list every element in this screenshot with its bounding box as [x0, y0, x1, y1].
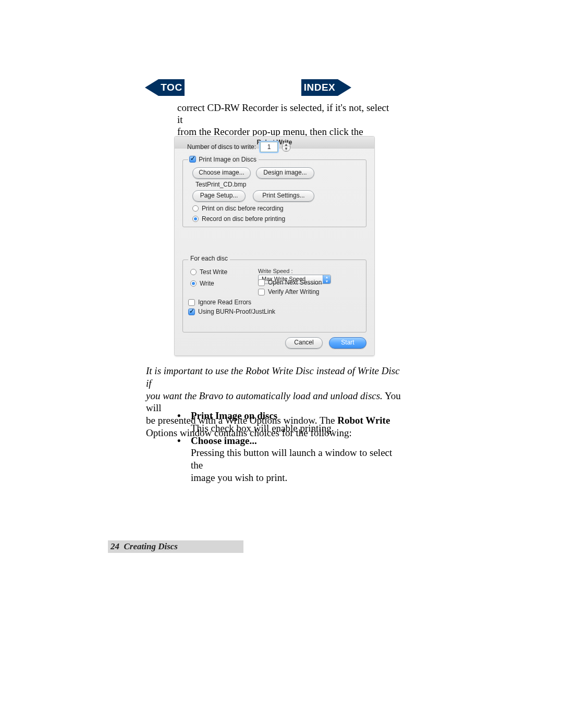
disc-count-field: Number of discs to write: 1 ▲ ▼: [187, 142, 290, 152]
page-number: 24: [111, 541, 119, 551]
checkbox-label: Verify After Writing: [268, 288, 319, 295]
radio-label: Test Write: [200, 268, 227, 276]
disc-count-stepper[interactable]: ▲ ▼: [282, 142, 290, 152]
bullet-list: • Print Image on discs This check box wi…: [177, 410, 407, 484]
for-each-disc-label: For each disc: [188, 255, 230, 262]
page-setup-button[interactable]: Page Setup...: [192, 190, 246, 202]
start-button[interactable]: Start: [329, 337, 366, 349]
toc-label: TOC: [158, 79, 185, 96]
bullet-item-choose-image: • Choose image... Pressing this button w…: [177, 435, 407, 484]
bullet-text: This check box will enable printing.: [191, 422, 407, 435]
record-before-print-radio[interactable]: Record on disc before printing: [192, 215, 285, 223]
checkbox-icon: [188, 299, 195, 306]
bullet-icon: •: [177, 410, 181, 435]
cancel-button[interactable]: Cancel: [285, 337, 323, 349]
disc-count-label: Number of discs to write:: [187, 143, 256, 151]
choose-image-button[interactable]: Choose image...: [192, 167, 251, 179]
write-radio[interactable]: Write: [190, 280, 214, 287]
checkbox-icon: [189, 156, 196, 163]
bullet-text-line-2: image you wish to print.: [191, 472, 407, 484]
robot-write-dialog: Robot Write Print Image on Discs Choose …: [175, 137, 374, 355]
section-title: Creating Discs: [124, 541, 178, 551]
ignore-read-errors-checkbox[interactable]: Ignore Read Errors: [188, 299, 251, 306]
bullet-icon: •: [177, 435, 181, 484]
italic-line-2: you want the Bravo to automatically load…: [146, 390, 383, 401]
chevron-right-icon: [338, 79, 351, 96]
design-image-button[interactable]: Design image...: [256, 167, 314, 179]
checkbox-icon: [258, 289, 265, 295]
checkbox-icon: [258, 279, 265, 286]
for-each-disc-group: For each disc Test Write Write Write Spe…: [182, 260, 366, 332]
chevron-left-icon: [145, 79, 158, 96]
disc-count-input[interactable]: 1: [260, 142, 278, 152]
bullet-text-line-1: Pressing this button will launch a windo…: [191, 447, 407, 472]
print-before-record-radio[interactable]: Print on disc before recording: [192, 205, 284, 212]
dropdown-icon: [323, 275, 331, 283]
burnproof-checkbox[interactable]: Using BURN-Proof/JustLink: [188, 308, 275, 315]
group-label-text: For each disc: [190, 255, 228, 262]
nav-row: TOC INDEX: [145, 79, 393, 98]
radio-icon: [190, 280, 197, 287]
index-label: INDEX: [301, 79, 338, 96]
bullet-heading: Print Image on discs: [191, 410, 407, 422]
print-image-checkbox[interactable]: [189, 156, 196, 163]
image-filename: TestPrint_CD.bmp: [195, 181, 246, 188]
intro-line-1: correct CD-RW Recorder is selected, if i…: [177, 102, 389, 125]
radio-label: Print on disc before recording: [202, 205, 284, 212]
checkbox-label: Ignore Read Errors: [198, 299, 251, 306]
print-image-group: Print Image on Discs Choose image... Des…: [182, 159, 366, 227]
italic-line-1: It is important to use the Robot Write D…: [146, 365, 400, 389]
open-next-session-checkbox[interactable]: Open Next Session: [258, 279, 322, 286]
write-speed-label: Write Speed :: [258, 268, 292, 274]
verify-after-writing-checkbox[interactable]: Verify After Writing: [258, 288, 319, 295]
print-image-group-label: Print Image on Discs: [188, 155, 259, 163]
test-write-radio[interactable]: Test Write: [190, 268, 227, 276]
checkbox-label: Using BURN-Proof/JustLink: [198, 308, 275, 315]
bullet-heading: Choose image...: [191, 435, 407, 447]
bullet-item-print-image: • Print Image on discs This check box wi…: [177, 410, 407, 435]
checkbox-icon: [188, 309, 195, 315]
stepper-down-icon: ▼: [283, 147, 290, 151]
page-footer: 24 Creating Discs: [108, 540, 243, 553]
radio-label: Write: [200, 280, 214, 287]
group-label-text: Print Image on Discs: [199, 156, 256, 163]
radio-icon: [190, 269, 197, 275]
radio-label: Record on disc before printing: [202, 215, 285, 223]
radio-icon: [192, 216, 199, 222]
radio-icon: [192, 205, 199, 212]
checkbox-label: Open Next Session: [268, 279, 322, 286]
intro-line-2: from the Recorder pop-up menu, then clic…: [177, 126, 363, 137]
print-settings-button[interactable]: Print Settings...: [253, 190, 314, 202]
